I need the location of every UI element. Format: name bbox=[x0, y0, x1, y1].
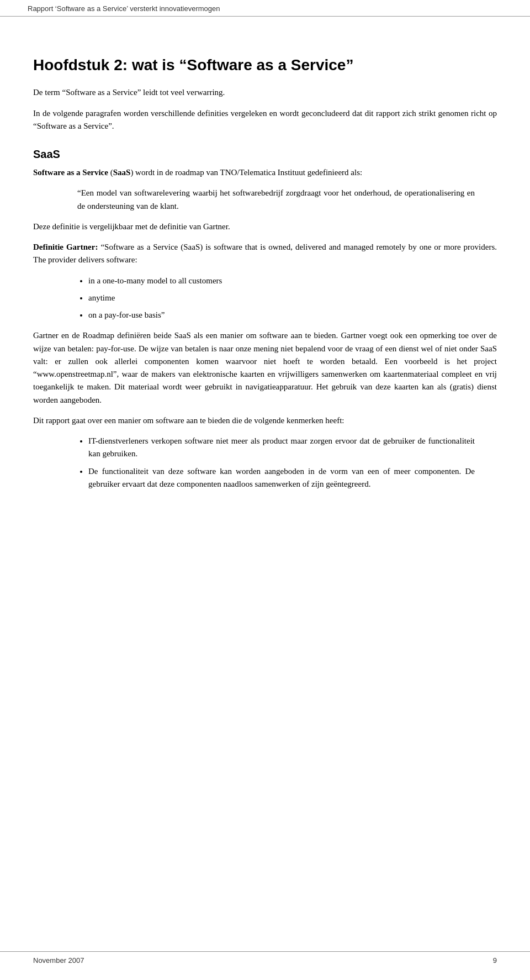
gartner-para2: Dit rapport gaat over een manier om soft… bbox=[33, 414, 497, 427]
content-area: Hoofdstuk 2: wat is “Software as a Servi… bbox=[0, 17, 530, 531]
final-bullets: IT-dienstverleners verkopen software nie… bbox=[88, 435, 475, 491]
page-container: Rapport ‘Software as a Service’ versterk… bbox=[0, 0, 530, 980]
blockquote-text: “Een model van softwarelevering waarbij … bbox=[77, 187, 475, 213]
footer-right: 9 bbox=[493, 956, 497, 965]
saas-blockquote: “Een model van softwarelevering waarbij … bbox=[77, 187, 475, 213]
saas-definition-intro-text: (SaaS) wordt in de roadmap van TNO/Telem… bbox=[108, 168, 362, 177]
chapter-title: Hoofdstuk 2: wat is “Software as a Servi… bbox=[33, 55, 497, 75]
provider-text: The provider delivers software: bbox=[33, 255, 137, 264]
provider-bullets: in a one-to-many model to all customers … bbox=[88, 275, 475, 322]
header-bar: Rapport ‘Software as a Service’ versterk… bbox=[0, 0, 530, 17]
header-text: Rapport ‘Software as a Service’ versterk… bbox=[28, 4, 220, 13]
saas-subtitle: Software as a Service bbox=[33, 168, 108, 177]
gartner-definition: Definitie Gartner: “Software as a Servic… bbox=[33, 241, 497, 267]
compare-text: Deze definitie is vergelijkbaar met de d… bbox=[33, 220, 497, 233]
bullet-item-2: anytime bbox=[88, 292, 475, 304]
gartner-para1: Gartner en de Roadmap definiëren beide S… bbox=[33, 329, 497, 407]
final-bullet-2: De functionaliteit van deze software kan… bbox=[88, 465, 475, 491]
final-bullet-1: IT-dienstverleners verkopen software nie… bbox=[88, 435, 475, 461]
blockquote-content: Een model van softwarelevering waarbij h… bbox=[77, 188, 475, 210]
bullet-item-3: on a pay-for-use basis” bbox=[88, 309, 475, 322]
saas-definition-intro: Software as a Service (SaaS) wordt in de… bbox=[33, 166, 497, 179]
bullet-item-1: in a one-to-many model to all customers bbox=[88, 275, 475, 287]
intro-p2: In de volgende paragrafen worden verschi… bbox=[33, 107, 497, 133]
footer-left: November 2007 bbox=[33, 956, 84, 965]
gartner-label: Definitie Gartner: bbox=[33, 243, 98, 251]
gartner-text: “Software as a Service (SaaS) is softwar… bbox=[98, 243, 497, 251]
footer-bar: November 2007 9 bbox=[0, 951, 530, 969]
saas-heading: SaaS bbox=[33, 148, 497, 161]
intro-p1: De term “Software as a Service” leidt to… bbox=[33, 86, 497, 99]
